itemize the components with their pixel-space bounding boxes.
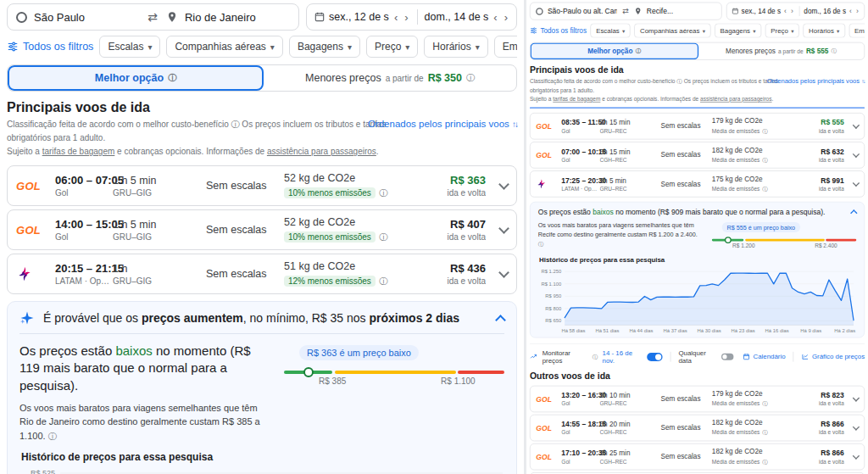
info-icon[interactable] — [762, 128, 768, 134]
expand-flight-button[interactable] — [844, 125, 859, 128]
filter-chip[interactable]: Preço — [765, 24, 799, 38]
filter-chip[interactable]: Horários — [804, 24, 845, 38]
expand-flight-button[interactable] — [844, 398, 859, 401]
collapse-insights-button[interactable] — [495, 315, 506, 326]
expand-flight-button[interactable] — [844, 455, 859, 459]
depart-date-prev-button[interactable] — [392, 11, 399, 24]
info-icon[interactable] — [762, 186, 768, 192]
filter-chip[interactable]: Companhias aéreas — [166, 36, 282, 58]
origin-input[interactable]: São-Paulo ou alt. Campinas... — [548, 7, 617, 15]
gol-logo: GOL — [16, 224, 41, 237]
route-search-box[interactable]: São Paulo Rio de Janeiro — [7, 3, 299, 31]
return-date-prev-button[interactable] — [849, 7, 853, 15]
depart-date-prev-button[interactable] — [783, 7, 787, 15]
expand-flight-button[interactable] — [844, 153, 859, 157]
flight-row[interactable]: GOL 07:00 – 10:15 Gol 3h 15 min CGH–REC … — [530, 142, 865, 168]
info-icon[interactable] — [762, 157, 768, 163]
filter-chip[interactable]: Escalas — [99, 36, 160, 58]
return-date-prev-button[interactable] — [492, 11, 498, 24]
return-date-next-button[interactable] — [855, 7, 860, 15]
filter-chip[interactable]: Emissões — [849, 24, 865, 38]
flight-row[interactable]: GOL 14:55 – 18:15 Gol 3h 20 min CGH–REC … — [530, 415, 865, 441]
flight-row[interactable]: GOL 17:10 – 20:35 Gol 3h 25 min CGH–REC … — [530, 443, 865, 470]
price-history-title: Histórico de preços para essa pesquisa — [21, 451, 504, 463]
filter-chip[interactable]: Bagagens — [715, 24, 761, 38]
all-filters-button[interactable]: Todos os filtros — [530, 26, 587, 34]
chevron-down-icon — [703, 26, 705, 34]
info-icon[interactable] — [379, 232, 387, 242]
filter-chip[interactable]: Horários — [424, 36, 487, 58]
filter-chip-label: Escalas — [108, 41, 143, 53]
info-icon[interactable] — [538, 241, 544, 247]
date-range-picker[interactable]: sex., 14 de s dom., 16 de s — [726, 3, 865, 20]
price-graph-button[interactable]: Gráfico de preços — [802, 353, 865, 360]
tab-cheapest[interactable]: Menores preços a partir de R$ 555 — [698, 42, 865, 59]
info-icon[interactable] — [379, 276, 387, 286]
depart-date-next-button[interactable] — [790, 7, 794, 15]
tab-best-option[interactable]: Melhor opção — [8, 65, 264, 91]
depart-date-next-button[interactable] — [403, 11, 409, 24]
info-icon[interactable] — [379, 188, 387, 198]
info-icon[interactable] — [168, 72, 176, 84]
destination-input[interactable]: Rio de Janeiro — [185, 11, 290, 24]
passenger-assistance-link[interactable]: assistência para passageiros — [267, 147, 376, 156]
flight-row[interactable]: 20:15 – 21:15 LATAM · Operado por Latam … — [7, 254, 517, 294]
depart-date[interactable]: sex., 14 de s — [742, 8, 781, 15]
any-date-toggle[interactable] — [721, 354, 733, 360]
return-date[interactable]: dom., 16 de s — [804, 8, 846, 15]
flight-row[interactable]: GOL 08:35 – 11:50 Gol 3h 15 min GRU–REC … — [530, 113, 865, 139]
calendar-view-button[interactable]: Calendário — [743, 353, 785, 360]
filter-chip[interactable]: Escalas — [591, 24, 631, 38]
origin-input[interactable]: São Paulo — [34, 11, 139, 24]
return-date[interactable]: dom., 14 de s — [425, 11, 489, 23]
expand-flight-button[interactable] — [486, 183, 508, 188]
flight-row[interactable]: GOL 06:00 – 07:05 Gol 1 h 5 min GRU–GIG … — [7, 165, 517, 206]
info-icon[interactable] — [593, 353, 598, 360]
filter-chip[interactable]: Emissões — [494, 36, 517, 58]
destination-input[interactable]: Recife... — [647, 7, 716, 15]
expand-flight-button[interactable] — [844, 427, 859, 430]
info-icon[interactable] — [832, 47, 837, 55]
expand-flight-button[interactable] — [486, 271, 508, 276]
baggage-fees-link[interactable]: tarifas de bagagem — [42, 147, 115, 156]
passenger-assistance-link[interactable]: assistência para passageiros — [700, 96, 772, 102]
tab-cheapest[interactable]: Menores preços a partir de R$ 350 — [264, 65, 516, 91]
info-icon[interactable] — [231, 120, 240, 129]
info-icon[interactable] — [676, 78, 682, 84]
date-range-picker[interactable]: sex., 12 de s dom., 14 de s — [306, 3, 517, 31]
filter-chip-label: Bagagens — [298, 41, 343, 53]
filter-chip-label: Horários — [432, 41, 470, 53]
sort-arrows-icon — [861, 78, 865, 84]
filter-chip[interactable]: Preço — [366, 36, 418, 58]
route-search-box[interactable]: São-Paulo ou alt. Campinas... Recife... — [530, 3, 722, 20]
expand-flight-button[interactable] — [486, 227, 508, 232]
gol-logo: GOL — [16, 180, 41, 192]
return-date-next-button[interactable] — [503, 11, 509, 24]
price-tracking-toolbar: Monitorar preços 14 - 16 de nov. Qualque… — [530, 343, 865, 365]
filter-bar: Todos os filtros Escalas Companhias aére… — [7, 36, 517, 58]
info-icon[interactable] — [762, 400, 768, 406]
tab-best-option[interactable]: Melhor opção — [531, 42, 698, 59]
filter-chip[interactable]: Companhias aéreas — [634, 24, 710, 38]
swap-airports-icon[interactable] — [146, 10, 159, 24]
collapse-insights-button[interactable] — [850, 209, 857, 216]
sort-control[interactable]: Ordenados pelos principais voos — [767, 78, 865, 85]
flight-row[interactable]: 17:25 – 20:30 LATAM · Operado por Latam … — [530, 170, 865, 197]
flight-row[interactable]: GOL 14:00 – 15:05 Gol 1 h 5 min GRU–GIG … — [7, 209, 517, 250]
info-icon[interactable] — [762, 430, 768, 436]
info-icon[interactable] — [762, 459, 768, 465]
baggage-fees-link[interactable]: tarifas de bagagem — [553, 96, 600, 102]
all-filters-button[interactable]: Todos os filtros — [7, 41, 93, 53]
swap-airports-icon[interactable] — [621, 7, 630, 15]
depart-date[interactable]: sex., 12 de s — [329, 11, 389, 23]
expand-flight-button[interactable] — [844, 182, 859, 186]
info-icon[interactable] — [466, 72, 475, 84]
info-icon[interactable] — [48, 432, 57, 441]
sort-control[interactable]: Ordenados pelos principais voos — [368, 119, 517, 129]
tab-cheapest-label: Menores preços — [726, 47, 776, 55]
flight-row[interactable]: GOL 13:20 – 16:30 Gol 3h 10 min GRU–REC … — [530, 386, 865, 412]
info-icon[interactable] — [636, 47, 642, 55]
filter-chip[interactable]: Bagagens — [289, 36, 360, 58]
monitor-prices-toggle[interactable] — [647, 353, 662, 361]
result-tabs: Melhor opção Menores preços a partir de … — [7, 64, 517, 92]
